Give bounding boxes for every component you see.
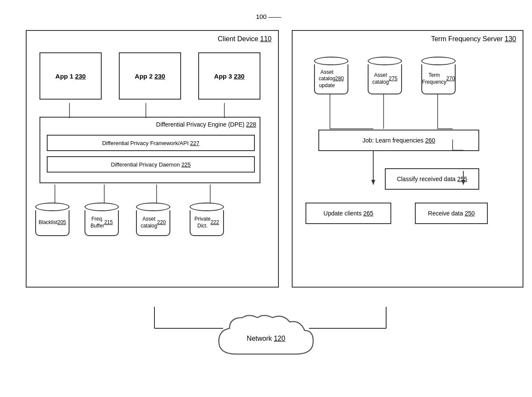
app3-label: App 3 230 [214,73,245,80]
cyl-body: PrivateDict. 222 [190,210,224,236]
receive-data-box: Receive data 250 [415,203,488,224]
assetcatalog-client-cylinder: Assetcatalog220 [136,203,170,236]
term-frequency-cylinder: TermFrequency270 [421,57,456,94]
network-cloud: Network 120 [210,311,322,367]
app2-label: App 2 230 [135,73,165,80]
update-clients-box: Update clients 265 [305,203,391,224]
tf-server-label: Term Frequency Server 130 [431,35,516,43]
tf-server-box: Term Frequency Server 130 Assetcatalogup… [292,30,523,288]
client-device-box: Client Device 110 App 1 230 App 2 230 Ap… [26,30,279,288]
freqbuffer-cylinder: Freq.Buffer215 [85,203,119,236]
asset-catalog-server-cylinder: Assetcatalog275 [368,57,402,94]
cyl-top [368,57,402,65]
cyl-top [85,203,119,211]
dpf-box: Differential Privacy Framework/API 227 [47,135,255,151]
figure-number: 100 —— [256,13,281,20]
figure-number-text: 100 [256,13,266,20]
app3-box: App 3 230 [198,52,260,100]
cyl-top [35,203,70,211]
cyl-body: TermFrequency270 [421,64,456,94]
cyl-body: Freq.Buffer215 [85,210,119,236]
cyl-top [190,203,224,211]
app1-box: App 1 230 [39,52,102,100]
privatedict-cylinder: PrivateDict. 222 [190,203,224,236]
network-label: Network 120 [247,335,285,342]
classify-data-box: Classify received data 255 [385,168,479,190]
job-learn-box: Job: Learn frequencies 260 [318,130,479,151]
figure-curve: —— [269,13,281,20]
dpd-box: Differential Privacy Daemon 225 [47,156,255,173]
cyl-top [421,57,456,65]
cyl-body: Blacklist205 [35,210,70,236]
client-device-label: Client Device 110 [218,35,272,43]
network-section: Network 120 [13,307,519,376]
cyl-body: Assetcatalogupdate280 [314,64,348,94]
cyl-body: Assetcatalog220 [136,210,170,236]
asset-catalog-update-cylinder: Assetcatalogupdate280 [314,57,348,94]
app2-box: App 2 230 [119,52,181,100]
cyl-top [314,57,348,65]
dpe-label: Differential Privacy Engine (DPE) 228 [156,121,256,128]
cyl-body: Assetcatalog275 [368,64,402,94]
cyl-top [136,203,170,211]
dpe-box: Differential Privacy Engine (DPE) 228 Di… [39,117,260,183]
app1-label: App 1 230 [55,73,86,80]
blacklist-cylinder: Blacklist205 [35,203,70,236]
